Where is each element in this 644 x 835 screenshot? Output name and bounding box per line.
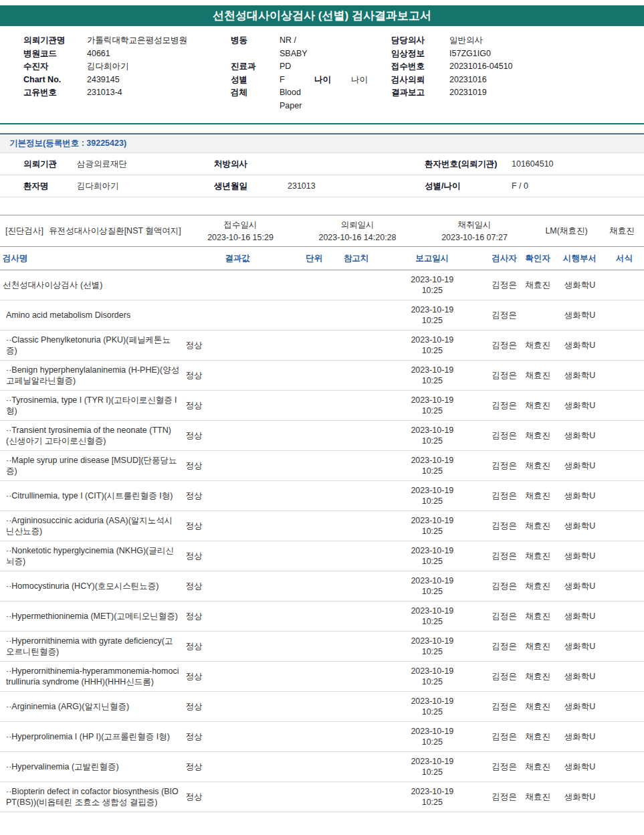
reported-at: 2023-10-19 10:25 bbox=[377, 752, 488, 781]
basic-info-row: 의뢰기관삼광의료재단처방의사환자번호(의뢰기관)101604510 bbox=[0, 153, 644, 175]
reported-at-text: 2023-10-19 10:25 bbox=[405, 786, 459, 808]
reference-range bbox=[336, 632, 377, 661]
result-value: 정상 bbox=[183, 361, 293, 390]
test-name: ··Hyperprolinemia I (HP I)(고프롤린혈증 I형) bbox=[0, 722, 183, 751]
result-row: ··Hypermethioninemia (MET)(고메티오닌혈증)정상202… bbox=[0, 601, 644, 631]
reference-range bbox=[336, 692, 377, 721]
reported-at: 2023-10-19 10:25 bbox=[377, 481, 488, 511]
reported-at: 2023-10-19 10:25 bbox=[377, 541, 488, 571]
test-name: ··Hypermethioninemia (MET)(고메티오닌혈증) bbox=[0, 601, 183, 631]
reference-range bbox=[336, 782, 377, 812]
reported-at: 2023-10-19 10:25 bbox=[377, 571, 488, 601]
collector-name: 채효진 bbox=[600, 225, 644, 237]
department: 생화학U bbox=[555, 300, 605, 330]
column-header: 단위 bbox=[292, 247, 336, 270]
unit bbox=[293, 541, 336, 571]
tester: 김정은 bbox=[488, 421, 521, 450]
patient-header: 의뢰기관명가톨릭대학교은평성모병원병원코드40661수진자김다희아기Chart … bbox=[0, 26, 644, 119]
column-header: 서식 bbox=[605, 247, 644, 270]
field-value: Blood Paper bbox=[280, 86, 314, 112]
field-value: I57ZG1IG0 bbox=[449, 48, 491, 61]
patient-field: 담당의사일반의사 bbox=[391, 34, 644, 48]
field-label: 환자번호(의뢰기관) bbox=[425, 159, 512, 170]
results-table: 검사명결과값단위참고치보고일시검사자확인자시행부서서식 선천성대사이상검사 (선… bbox=[0, 247, 644, 812]
field-value: 일반의사 bbox=[449, 34, 483, 48]
tester: 김정은 bbox=[488, 331, 521, 360]
tester: 김정은 bbox=[488, 722, 521, 751]
field-label: 병동 bbox=[231, 34, 280, 60]
confirmer: 채효진 bbox=[521, 481, 555, 511]
patient-field: 수진자김다희아기 bbox=[23, 60, 231, 74]
report-page: 선천성대사이상검사 (선별) 검사결과보고서 의뢰기관명가톨릭대학교은평성모병원… bbox=[0, 0, 644, 835]
field-value: 삼광의료재단 bbox=[77, 159, 214, 170]
confirmer: 채효진 bbox=[521, 692, 555, 721]
result-row: ··Hyperornithinemia with gyrate deficien… bbox=[0, 631, 644, 661]
tester: 김정은 bbox=[488, 632, 521, 661]
form bbox=[605, 662, 644, 691]
reported-at-text: 2023-10-19 10:25 bbox=[405, 335, 459, 356]
reported-at-text: 2023-10-19 10:25 bbox=[405, 575, 459, 597]
result-value bbox=[183, 270, 293, 300]
reported-at-text: 2023-10-19 10:25 bbox=[405, 756, 459, 777]
patient-header-col-3: 담당의사일반의사임상정보I57ZG1IG0접수번호20231016-04510검… bbox=[391, 34, 644, 112]
field-value: 나이 bbox=[351, 74, 386, 87]
result-value: 정상 bbox=[183, 451, 293, 480]
lm-collector: LM(채효진) bbox=[533, 225, 600, 237]
patient-field: Chart No.2439145 bbox=[23, 74, 231, 87]
result-row: ··Benign hyperphenylalaninemia (H-PHE)(양… bbox=[0, 360, 644, 390]
patient-field: 병동NR / SBABY bbox=[231, 34, 391, 60]
test-name: ··Maple syrup urine disease [MSUD](단풍당뇨증… bbox=[0, 451, 183, 480]
reference-range bbox=[336, 571, 377, 601]
test-name: ··Nonketotic hyperglycinemia (NKHG)(글리신뇌… bbox=[0, 541, 183, 571]
test-name: ··Classic Phenylketonuria (PKU)(페닐케톤뇨증) bbox=[0, 331, 183, 360]
column-header: 검사자 bbox=[488, 247, 521, 270]
test-name: ··Benign hyperphenylalaninemia (H-PHE)(양… bbox=[0, 361, 183, 390]
result-row: ··Classic Phenylketonuria (PKU)(페닐케톤뇨증)정… bbox=[0, 330, 644, 360]
result-row: ··Hyperprolinemia I (HP I)(고프롤린혈증 I형)정상2… bbox=[0, 721, 644, 751]
reported-at: 2023-10-19 10:25 bbox=[377, 331, 488, 360]
result-value: 정상 bbox=[183, 541, 293, 571]
result-value: 정상 bbox=[183, 391, 293, 420]
unit bbox=[292, 270, 336, 300]
reported-at-text: 2023-10-19 10:25 bbox=[405, 365, 459, 386]
result-value: 정상 bbox=[183, 752, 293, 781]
tester: 김정은 bbox=[488, 481, 521, 511]
test-name: ··Homocystinuria (HCY)(호모시스틴뇨증) bbox=[0, 571, 183, 601]
reported-at: 2023-10-19 10:25 bbox=[377, 722, 488, 751]
confirmer: 채효진 bbox=[521, 571, 555, 601]
column-header: 참고치 bbox=[336, 247, 377, 270]
requested-value: 2023-10-16 14:20:28 bbox=[318, 233, 396, 242]
diagnosis-tag: [진단검사] bbox=[0, 225, 48, 237]
department: 생화학U bbox=[555, 662, 605, 691]
reported-at: 2023-10-19 10:25 bbox=[377, 451, 488, 480]
department: 생화학U bbox=[555, 692, 605, 721]
department: 생화학U bbox=[555, 601, 605, 631]
test-name: ··Transient tyrosinemia of the neonate (… bbox=[0, 421, 183, 450]
department: 생화학U bbox=[555, 421, 605, 450]
unit bbox=[293, 632, 336, 661]
field-label: 의뢰기관명 bbox=[23, 34, 87, 48]
department: 생화학U bbox=[555, 782, 605, 812]
collected-datetime: 채취일시 2023-10-16 07:27 bbox=[416, 219, 533, 242]
field-label: 나이 bbox=[314, 74, 351, 87]
collected-value: 2023-10-16 07:27 bbox=[441, 233, 508, 242]
reference-range bbox=[336, 421, 377, 450]
reported-at: 2023-10-19 10:25 bbox=[377, 300, 488, 330]
field-label: 고유번호 bbox=[23, 86, 87, 100]
result-value: 정상 bbox=[183, 722, 293, 751]
reported-at-text: 2023-10-19 10:25 bbox=[405, 726, 459, 747]
basic-info-section-header: 기본정보(등록번호 : 39225423) bbox=[0, 133, 644, 153]
unit bbox=[293, 782, 336, 812]
confirmer: 채효진 bbox=[521, 451, 555, 480]
unit bbox=[293, 511, 336, 541]
column-header: 확인자 bbox=[521, 247, 555, 270]
test-name: ··Citrullinemia, type I (CIT)(시트룰린혈증 I형) bbox=[0, 481, 183, 511]
result-row: ··Argininosuccinic aciduria (ASA)(알지노석시닌… bbox=[0, 511, 644, 541]
test-name: ··Biopterin defect in cofactor biosynthe… bbox=[0, 782, 183, 812]
tester: 김정은 bbox=[488, 300, 521, 330]
reported-at: 2023-10-19 10:25 bbox=[377, 662, 488, 691]
unit bbox=[293, 451, 336, 480]
form bbox=[605, 421, 644, 450]
test-name: ··Argininemia (ARG)(알지닌혈증) bbox=[0, 692, 183, 721]
requested-label: 의뢰일시 bbox=[341, 219, 374, 231]
